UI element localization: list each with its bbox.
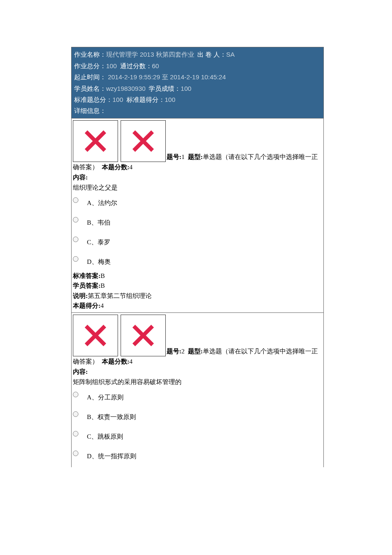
std-ans-value: B bbox=[101, 272, 105, 279]
explain-label: 说明: bbox=[73, 292, 88, 299]
q-type-label: 题型: bbox=[188, 153, 203, 160]
option-text: C、泰罗 bbox=[87, 235, 110, 247]
radio-icon[interactable] bbox=[73, 217, 78, 223]
radio-icon[interactable] bbox=[73, 451, 78, 456]
option-text: D、统一指挥原则 bbox=[87, 449, 136, 461]
option-row: D、统一指挥原则 bbox=[73, 449, 322, 461]
q-num-value: 1 bbox=[182, 153, 185, 160]
page: 作业名称：现代管理学 2013 秋第四套作业 出 卷 人：SA 作业总分：100… bbox=[0, 0, 392, 467]
option-text: A、分工原则 bbox=[87, 390, 124, 402]
question-block: 题号:1 题型:单选题（请在以下几个选项中选择唯一正确答案） 本题分数:4 内容… bbox=[72, 118, 323, 312]
label-student: 学员姓名： bbox=[74, 85, 106, 92]
q-score-label: 本题分数: bbox=[102, 358, 130, 365]
value-student: wzy19830930 bbox=[106, 85, 146, 92]
label-pass: 通过分数： bbox=[120, 63, 152, 69]
content-label: 内容: bbox=[73, 368, 88, 375]
value-author: SA bbox=[226, 51, 235, 58]
value-name: 现代管理学 2013 秋第四套作业 bbox=[106, 51, 194, 58]
stu-ans-value: B bbox=[101, 282, 105, 289]
stu-ans-label: 学员答案: bbox=[73, 282, 101, 289]
option-text: D、梅奥 bbox=[87, 255, 111, 267]
option-text: C、跳板原则 bbox=[87, 430, 123, 442]
q-type-label: 题型: bbox=[188, 348, 203, 355]
q-num-label: 题号: bbox=[167, 153, 182, 160]
q-score-label: 本题分数: bbox=[102, 164, 130, 171]
option-text: B、权责一致原则 bbox=[87, 410, 136, 422]
q-num-value: 2 bbox=[182, 348, 185, 355]
label-std-total: 标准题总分： bbox=[74, 96, 112, 103]
content-text: 组织理论之父是 bbox=[73, 182, 322, 193]
std-ans-label: 标准答案: bbox=[73, 272, 101, 279]
option-row: B、权责一致原则 bbox=[73, 410, 322, 422]
label-detail: 详细信息： bbox=[74, 107, 106, 114]
option-row: A、法约尔 bbox=[73, 196, 322, 208]
question-block: 题号:2 题型:单选题（请在以下几个选项中选择唯一正确答案） 本题分数:4 内容… bbox=[72, 312, 323, 467]
option-row: B、韦伯 bbox=[73, 216, 322, 228]
option-row: C、泰罗 bbox=[73, 235, 322, 247]
option-text: A、法约尔 bbox=[87, 196, 117, 208]
radio-icon[interactable] bbox=[73, 392, 78, 397]
value-std-total: 100 bbox=[112, 96, 123, 103]
radio-icon[interactable] bbox=[73, 256, 78, 262]
q-score-value: 4 bbox=[130, 358, 133, 365]
label-author: 出 卷 人： bbox=[197, 51, 226, 58]
label-std-score: 标准题得分： bbox=[127, 96, 165, 103]
label-time: 起止时间： bbox=[74, 74, 106, 81]
got-label: 本题得分: bbox=[73, 302, 101, 309]
assignment-header: 作业名称：现代管理学 2013 秋第四套作业 出 卷 人：SA 作业总分：100… bbox=[72, 47, 323, 118]
value-total: 100 bbox=[106, 62, 117, 69]
value-time: 2014-2-19 9:55:29 至 2014-2-19 10:45:24 bbox=[106, 73, 226, 81]
broken-image-icon bbox=[121, 120, 166, 162]
got-value: 4 bbox=[101, 302, 104, 309]
q-score-value: 4 bbox=[130, 164, 133, 171]
broken-image-icon bbox=[121, 315, 166, 356]
radio-icon[interactable] bbox=[73, 197, 78, 203]
value-pass: 60 bbox=[152, 62, 159, 69]
label-total: 作业总分： bbox=[74, 63, 106, 69]
content-text: 矩阵制组织形式的采用容易破坏管理的 bbox=[73, 377, 322, 387]
explain-value: 第五章第二节组织理论 bbox=[88, 292, 152, 299]
broken-image-icon bbox=[73, 315, 118, 356]
q-num-label: 题号: bbox=[167, 348, 182, 355]
options: A、法约尔 B、韦伯 C、泰罗 D、梅奥 bbox=[73, 196, 322, 267]
option-row: D、梅奥 bbox=[73, 255, 322, 267]
value-std-score: 100 bbox=[165, 96, 176, 103]
broken-image-icon bbox=[73, 120, 118, 162]
radio-icon[interactable] bbox=[73, 411, 78, 417]
radio-icon[interactable] bbox=[73, 237, 78, 242]
content-frame: 作业名称：现代管理学 2013 秋第四套作业 出 卷 人：SA 作业总分：100… bbox=[71, 47, 324, 467]
label-score: 学员成绩： bbox=[149, 85, 181, 92]
option-text: B、韦伯 bbox=[87, 216, 110, 228]
radio-icon[interactable] bbox=[73, 431, 78, 436]
option-row: C、跳板原则 bbox=[73, 430, 322, 442]
options: A、分工原则 B、权责一致原则 C、跳板原则 D、统一指挥原则 bbox=[73, 390, 322, 461]
content-label: 内容: bbox=[73, 174, 88, 181]
option-row: A、分工原则 bbox=[73, 390, 322, 402]
label-name: 作业名称： bbox=[74, 51, 106, 58]
value-score: 100 bbox=[181, 85, 191, 92]
